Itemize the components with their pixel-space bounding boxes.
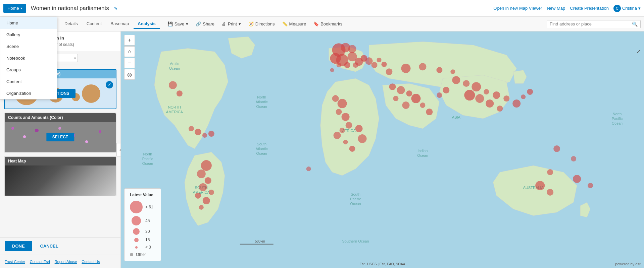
data-bubble <box>419 63 426 70</box>
toolbar-separator <box>162 19 162 29</box>
data-bubble <box>443 87 449 93</box>
print-button[interactable]: 🖨 Print ▾ <box>218 20 244 28</box>
data-bubble <box>527 89 533 95</box>
data-bubble <box>377 58 382 62</box>
legend-label-neg: < 0 <box>145 245 151 250</box>
create-presentation-link[interactable]: Create Presentation <box>570 6 609 11</box>
svg-text:Ocean: Ocean <box>142 161 153 165</box>
data-bubble <box>330 68 334 72</box>
data-bubble <box>497 106 503 112</box>
data-bubble <box>437 92 442 98</box>
legend-item-61: > 61 <box>130 201 155 213</box>
zoom-in-button[interactable]: + <box>124 35 135 46</box>
color-dot <box>11 127 14 130</box>
menu-item-notebook[interactable]: Notebook <box>0 52 57 64</box>
legend-circle-wrapper-15 <box>130 238 143 242</box>
color-dot <box>85 140 88 143</box>
home-button[interactable]: ⌂ <box>124 46 135 57</box>
tab-content[interactable]: Content <box>83 19 106 29</box>
tab-details[interactable]: Details <box>60 19 82 29</box>
legend-circle-30 <box>133 228 140 235</box>
style-card-heatmap[interactable]: Heat Map <box>4 156 116 196</box>
print-label: Print <box>228 21 237 26</box>
data-bubble <box>547 169 553 175</box>
map-area[interactable]: Arctic Ocean NORTH AMERICA North Atlanti… <box>121 31 644 268</box>
locate-button[interactable]: ◎ <box>124 69 135 80</box>
panel-collapse-button[interactable]: ◀ <box>116 143 121 156</box>
svg-text:Pacific: Pacific <box>142 157 153 161</box>
svg-text:ASIA: ASIA <box>452 115 461 119</box>
svg-text:Atlantic: Atlantic <box>256 100 268 104</box>
legend-circle-wrapper-45 <box>130 216 143 225</box>
home-dropdown-button[interactable]: Home ▾ <box>3 4 26 13</box>
style-card-color[interactable]: Counts and Amounts (Color) SELECT <box>4 113 116 153</box>
data-bubble <box>202 133 207 138</box>
data-bubble <box>464 90 475 100</box>
select-button[interactable]: SELECT <box>46 133 74 141</box>
menu-item-gallery[interactable]: Gallery <box>0 29 57 41</box>
data-bubble <box>340 128 345 133</box>
open-new-map-viewer-link[interactable]: Open in new Map Viewer <box>493 6 542 11</box>
trust-center-link[interactable]: Trust Center <box>5 260 25 264</box>
legend-circle-61 <box>130 201 143 213</box>
measure-button[interactable]: 📏 Measure <box>279 20 310 28</box>
data-bubble <box>346 122 352 129</box>
data-bubble <box>332 95 339 102</box>
edit-icon[interactable]: ✎ <box>114 6 118 11</box>
data-bubble <box>169 81 177 89</box>
menu-item-home[interactable]: Home <box>0 17 57 29</box>
contact-us-link[interactable]: Contact Us <box>82 260 100 264</box>
home-menu: Home Gallery Scene Notebook Groups Conte… <box>0 17 57 99</box>
user-button[interactable]: C Cristina ▾ <box>613 5 641 12</box>
heatmap-background <box>5 165 116 196</box>
legend-label-15: 15 <box>145 238 150 242</box>
data-bubble <box>472 82 481 91</box>
data-bubble <box>201 160 212 171</box>
done-button[interactable]: DONE <box>5 241 32 251</box>
tab-analysis[interactable]: Analysis <box>134 19 159 29</box>
menu-item-groups[interactable]: Groups <box>0 64 57 76</box>
data-bubble <box>209 190 214 195</box>
color-card-label: Counts and Amounts (Color) <box>8 115 63 120</box>
zoom-out-button[interactable]: − <box>124 58 135 68</box>
map-controls: + ⌂ − ◎ <box>124 35 135 80</box>
directions-button[interactable]: 🧭 Directions <box>245 20 278 28</box>
esri-watermark-text: powered by esri <box>615 262 641 266</box>
legend-title: Latest Value <box>130 193 155 197</box>
data-bubble <box>365 57 373 65</box>
data-bubble <box>389 83 396 90</box>
search-input[interactable] <box>550 21 632 26</box>
bookmarks-button[interactable]: 🔖 Bookmarks <box>310 20 346 28</box>
report-abuse-link[interactable]: Report Abuse <box>55 260 77 264</box>
menu-item-organization[interactable]: Organization <box>0 87 57 99</box>
cancel-button[interactable]: CANCEL <box>38 241 61 251</box>
new-map-link[interactable]: New Map <box>547 6 565 11</box>
svg-text:North: North <box>143 152 152 156</box>
data-bubble <box>353 62 358 68</box>
panel-links: Trust Center Contact Esri Report Abuse C… <box>0 255 120 268</box>
tab-basemap[interactable]: Basemap <box>106 19 133 29</box>
data-bubble <box>393 96 398 101</box>
svg-text:South: South <box>351 192 360 196</box>
bookmarks-icon: 🔖 <box>313 21 319 26</box>
bookmarks-label: Bookmarks <box>320 21 342 26</box>
save-button[interactable]: 💾 Save ▾ <box>164 20 192 28</box>
svg-text:Ocean: Ocean <box>612 121 623 125</box>
esri-watermark: powered by esri <box>615 262 641 266</box>
svg-text:Pacific: Pacific <box>350 197 361 201</box>
color-card-background: SELECT <box>5 122 116 152</box>
search-icon[interactable]: 🔍 <box>632 21 638 27</box>
share-button[interactable]: 🔗 Share <box>192 20 218 28</box>
share-icon: 🔗 <box>196 21 201 26</box>
expand-icon[interactable]: ⤢ <box>636 48 641 55</box>
data-bubble <box>343 140 348 144</box>
data-bubble <box>197 170 206 178</box>
menu-item-scene[interactable]: Scene <box>0 41 57 52</box>
data-bubble <box>426 109 433 115</box>
print-chevron-icon: ▾ <box>239 21 241 26</box>
color-dot <box>58 127 61 130</box>
contact-esri-link[interactable]: Contact Esri <box>30 260 50 264</box>
data-bubble <box>452 76 460 84</box>
map-svg: Arctic Ocean NORTH AMERICA North Atlanti… <box>121 31 644 268</box>
menu-item-content[interactable]: Content <box>0 76 57 87</box>
